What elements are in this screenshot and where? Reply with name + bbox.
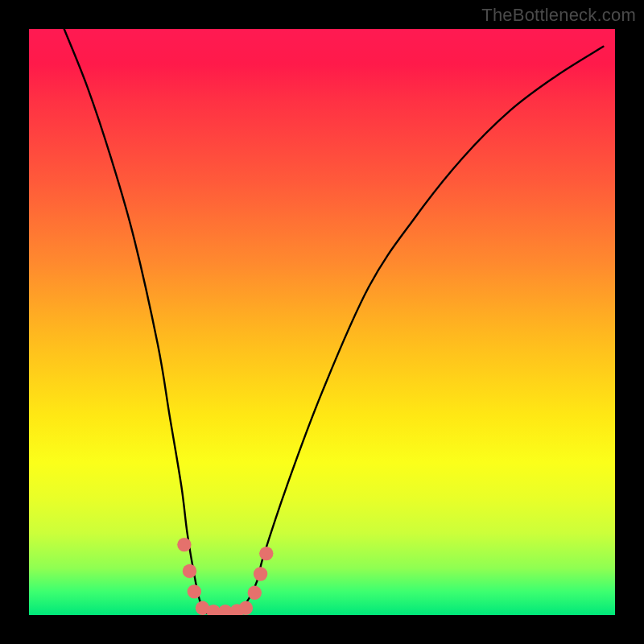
watermark-text: TheBottleneck.com [481,5,636,26]
marker-dot [183,564,196,578]
marker-group [177,538,273,615]
marker-dot [248,586,262,600]
marker-dot [259,547,273,560]
marker-dot [188,584,201,598]
marker-dot [254,567,267,580]
marker-dot [239,601,253,615]
marker-dot [177,538,191,551]
plot-area [29,29,615,615]
chart-frame: TheBottleneck.com [0,0,644,644]
curve-path [64,29,604,613]
chart-svg [29,29,615,615]
